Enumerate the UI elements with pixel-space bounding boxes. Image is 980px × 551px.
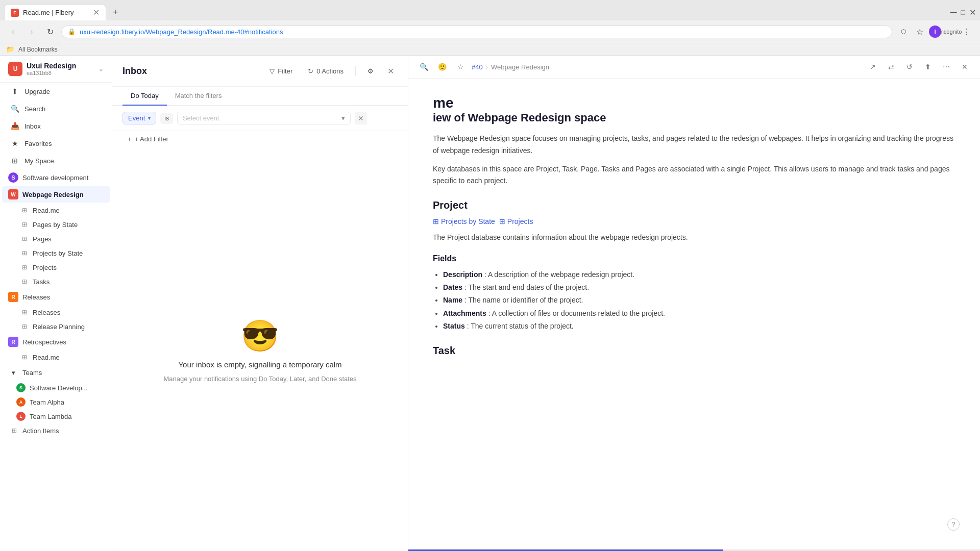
- breadcrumb-separator: ›: [486, 63, 488, 71]
- sidebar-item-retro-readme[interactable]: ⊞ Read.me: [2, 350, 110, 364]
- tab-close-button[interactable]: ✕: [93, 8, 100, 17]
- active-tab[interactable]: F Read.me | Fibery ✕: [4, 4, 106, 20]
- filter-select-event[interactable]: Select event ▾: [177, 112, 351, 124]
- sidebar-item-myspace[interactable]: ⊞ My Space: [2, 153, 110, 169]
- sidebar-item-pages[interactable]: ⊞ Pages: [2, 232, 110, 245]
- doc-history-button[interactable]: ↺: [902, 60, 917, 74]
- forward-button[interactable]: ›: [24, 24, 39, 39]
- add-filter-icon: +: [128, 135, 132, 143]
- actions-icon: ↻: [308, 67, 313, 75]
- retro-readme-label: Read.me: [33, 354, 60, 361]
- sidebar-item-software-develop[interactable]: S Software Develop...: [0, 381, 112, 395]
- filter-operator[interactable]: is: [160, 113, 173, 124]
- inbox-header: Inbox ▽ Filter ↻ 0 Actions ⚙ ✕: [112, 56, 408, 87]
- releases-icon: ⊞: [20, 308, 29, 316]
- reload-button[interactable]: ↻: [43, 24, 57, 39]
- workspace-chevron[interactable]: ⌄: [99, 65, 104, 72]
- software-dev-label: Software development: [22, 174, 88, 182]
- upgrade-label: Upgrade: [24, 88, 50, 95]
- field-name: Name : The name or identifier of the pro…: [443, 294, 955, 307]
- doc-switch-button[interactable]: ⇄: [884, 60, 898, 74]
- filter-remove-button[interactable]: ✕: [355, 112, 367, 124]
- sidebar-item-projects[interactable]: ⊞ Projects: [2, 261, 110, 274]
- add-filter-button[interactable]: + + Add Filter: [122, 133, 398, 145]
- sidebar-space-retrospectives[interactable]: R Retrospectives: [0, 334, 112, 350]
- software-develop-label: Software Develop...: [30, 384, 87, 392]
- software-develop-avatar: S: [16, 383, 26, 392]
- doc-subtitle: iew of Webpage Redesign space: [433, 111, 955, 124]
- inbox-panel: Inbox ▽ Filter ↻ 0 Actions ⚙ ✕: [112, 56, 408, 551]
- breadcrumb-space[interactable]: Webpage Redesign: [491, 63, 549, 71]
- sidebar-teams-group[interactable]: ▾ Teams: [0, 364, 112, 381]
- projects-by-state-link-label: Projects by State: [441, 217, 495, 226]
- doc-search-button[interactable]: 🔍: [416, 60, 431, 74]
- address-bar[interactable]: 🔒 uxui-redesign.fibery.io/Webpage_Redesi…: [61, 26, 892, 38]
- doc-title: me: [433, 95, 955, 111]
- doc-more-button[interactable]: ⋯: [939, 60, 953, 74]
- app-container: U Uxui Redesign ea131bb8 ⌄ ⬆ Upgrade 🔍 S…: [0, 56, 980, 551]
- sidebar-space-releases[interactable]: R Releases: [0, 289, 112, 305]
- sidebar-item-pages-by-state[interactable]: ⊞ Pages by State: [2, 218, 110, 231]
- doc-share-button[interactable]: ⬆: [921, 60, 935, 74]
- projects-by-state-link-icon: ⊞: [433, 217, 439, 226]
- toolbar-divider: [355, 66, 356, 76]
- sidebar-item-upgrade[interactable]: ⬆ Upgrade: [2, 83, 110, 99]
- settings-icon: ⚙: [368, 67, 374, 75]
- menu-button[interactable]: ⋮: [960, 24, 974, 39]
- doc-star-button[interactable]: ☆: [453, 60, 468, 74]
- extensions-button[interactable]: ⬡: [896, 24, 911, 39]
- doc-emoji-button[interactable]: 🙂: [435, 60, 449, 74]
- inbox-close-button[interactable]: ✕: [383, 64, 398, 78]
- release-planning-label: Release Planning: [33, 323, 85, 331]
- event-filter-chip[interactable]: Event ▾: [122, 112, 156, 124]
- sidebar-item-projects-by-state[interactable]: ⊞ Projects by State: [2, 246, 110, 260]
- sidebar-item-action-items[interactable]: ⊞ Action Items: [2, 424, 110, 437]
- sidebar-item-team-alpha[interactable]: A Team Alpha: [0, 395, 112, 409]
- sidebar-item-releases[interactable]: ⊞ Releases: [2, 306, 110, 319]
- actions-button[interactable]: ↻ 0 Actions: [302, 64, 349, 78]
- bookmark-star-button[interactable]: ☆: [913, 24, 927, 39]
- incognito-label: Incognito: [943, 24, 958, 39]
- retrospectives-icon: R: [8, 337, 18, 347]
- tab-do-today[interactable]: Do Today: [122, 87, 167, 106]
- sidebar-item-search[interactable]: 🔍 Search: [2, 101, 110, 117]
- sidebar-space-webpage-redesign[interactable]: W Webpage Redesign: [2, 186, 110, 203]
- field-description: Description : A description of the webpa…: [443, 268, 955, 281]
- projects-by-state-link[interactable]: ⊞ Projects by State: [433, 217, 495, 226]
- doc-expand-button[interactable]: ↗: [866, 60, 880, 74]
- sidebar-item-tasks[interactable]: ⊞ Tasks: [2, 275, 110, 288]
- doc-breadcrumb: #40 › Webpage Redesign: [472, 63, 549, 71]
- filter-button[interactable]: ▽ Filter: [264, 64, 298, 78]
- sidebar-space-software-dev[interactable]: S Software development: [0, 169, 112, 186]
- team-alpha-avatar: A: [16, 397, 26, 407]
- field-dates: Dates : The start and end dates of the p…: [443, 281, 955, 294]
- maximize-button[interactable]: □: [961, 8, 965, 16]
- empty-state-emoji: 😎: [241, 318, 279, 354]
- new-tab-button[interactable]: +: [108, 5, 122, 19]
- filter-label: Filter: [278, 67, 292, 75]
- close-window-button[interactable]: ✕: [969, 8, 976, 17]
- sidebar-item-favorites[interactable]: ★ Favorites: [2, 135, 110, 152]
- sidebar-item-readme[interactable]: ⊞ Read.me: [2, 204, 110, 217]
- inbox-tabs: Do Today Match the filters: [112, 87, 408, 106]
- projects-by-state-label: Projects by State: [33, 249, 83, 257]
- minimize-button[interactable]: ─: [950, 7, 957, 18]
- help-button[interactable]: ?: [947, 518, 960, 531]
- sidebar-item-team-lambda[interactable]: L Team Lambda: [0, 409, 112, 423]
- filter-bar: Event ▾ is Select event ▾ ✕: [112, 106, 408, 131]
- fields-heading: Fields: [433, 254, 955, 263]
- doc-close-button[interactable]: ✕: [958, 60, 972, 74]
- favorites-icon: ★: [10, 139, 19, 148]
- myspace-label: My Space: [24, 157, 54, 165]
- retro-readme-icon: ⊞: [20, 353, 29, 361]
- projects-link[interactable]: ⊞ Projects: [499, 217, 533, 226]
- settings-button[interactable]: ⚙: [362, 64, 379, 78]
- task-heading: Task: [433, 345, 955, 357]
- filter-icon: ▽: [270, 67, 275, 75]
- doc-content: me iew of Webpage Redesign space The Web…: [408, 79, 980, 549]
- back-button[interactable]: ‹: [6, 24, 20, 39]
- sidebar-item-inbox[interactable]: 📥 Inbox: [2, 118, 110, 134]
- tab-match-filters[interactable]: Match the filters: [167, 87, 230, 106]
- software-dev-icon: S: [8, 172, 18, 183]
- sidebar-item-release-planning[interactable]: ⊞ Release Planning: [2, 320, 110, 333]
